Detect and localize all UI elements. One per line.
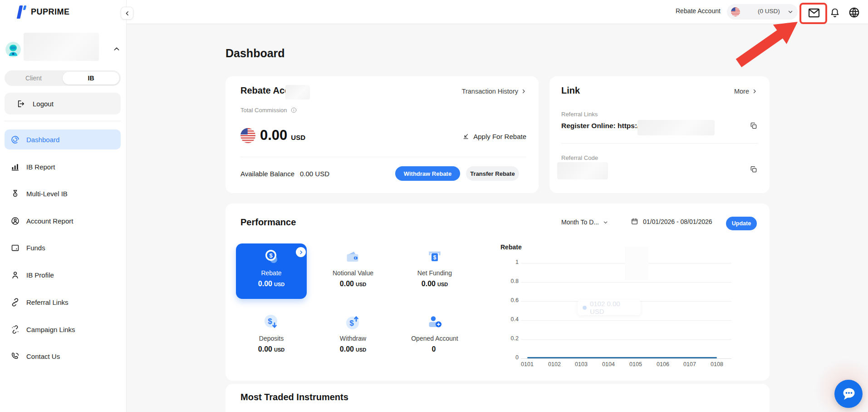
tile-unit: USD [356, 347, 366, 352]
link-icon [10, 297, 20, 307]
redacted-account-name [24, 33, 99, 61]
tile-deposits[interactable]: $ Deposits 0.00USD [236, 309, 307, 364]
dollar-down-icon: $ [262, 313, 280, 332]
x-tick-label: 0108 [706, 361, 728, 367]
notifications-button[interactable] [829, 6, 841, 19]
y-tick-label: 0.4 [499, 316, 519, 323]
commission-amount-row: 0.00 USD [240, 127, 305, 144]
tile-unit: USD [437, 282, 448, 287]
chevron-down-icon [603, 219, 608, 225]
copy-referral-link-button[interactable] [750, 122, 758, 130]
y-tick-label: 1 [499, 259, 519, 265]
range-selector-dropdown[interactable]: Month To D... [561, 218, 608, 226]
redacted-account-id [285, 85, 310, 99]
sidebar-item-contact-us[interactable]: Contact Us [5, 346, 121, 366]
available-balance-row: Available Balance 0.00 USD [240, 170, 329, 178]
link-card: Link More Referral Links Register Online… [549, 76, 770, 193]
withdraw-rebate-button[interactable]: Withdraw Rebate [395, 166, 460, 181]
tile-label: Net Funding [417, 269, 452, 277]
tile-value: 0.00 [340, 345, 354, 353]
transaction-history-link[interactable]: Transaction History [462, 88, 526, 95]
robot-avatar-icon [5, 42, 21, 57]
tile-opened-account[interactable]: Opened Account 0 [399, 309, 470, 364]
x-tick-label: 0103 [570, 361, 592, 367]
person-plus-icon [426, 313, 444, 332]
gridline [521, 320, 731, 321]
tile-label: Rebate [261, 269, 281, 277]
sidebar-item-label: Funds [26, 244, 45, 252]
avatar[interactable] [5, 42, 21, 57]
puprime-logo-icon [15, 5, 27, 19]
register-online-text: Register Online: https:/ [561, 122, 639, 130]
toggle-ib-selected[interactable]: IB [63, 72, 119, 84]
medal-icon [10, 189, 20, 199]
tile-notional-value[interactable]: Notional Value 0.00USD [318, 243, 388, 299]
atm-dollar-icon: $ [426, 248, 444, 266]
update-button[interactable]: Update [726, 217, 757, 230]
tooltip-series-dot [583, 306, 587, 310]
app-root: PUPRIME Client IB Logout [0, 0, 868, 412]
referral-code-label: Referral Code [561, 154, 598, 161]
rebate-series-line [527, 357, 717, 358]
apply-for-rebate-link[interactable]: Apply For Rebate [462, 133, 526, 140]
more-link[interactable]: More [734, 88, 757, 95]
tile-label: Notional Value [333, 269, 373, 277]
page-title: Dashboard [226, 47, 285, 60]
date-range-picker[interactable]: 01/01/2026 - 08/01/2026 [631, 218, 712, 225]
apply-rebate-label: Apply For Rebate [473, 133, 526, 140]
language-button[interactable] [848, 6, 860, 19]
tile-net-funding[interactable]: $ Net Funding 0.00USD [399, 243, 470, 299]
chevron-up-icon[interactable] [113, 45, 120, 53]
tile-unit: USD [274, 347, 284, 352]
us-flag-icon [731, 7, 740, 16]
bar-chart-icon [10, 162, 20, 172]
transfer-rebate-button[interactable]: Transfer Rebate [466, 166, 519, 181]
copy-referral-code-button[interactable] [750, 165, 758, 174]
sidebar-item-referral-links[interactable]: Referral Links [5, 292, 121, 312]
chevron-right-icon [521, 89, 526, 94]
tile-rebate[interactable]: $ Rebate 0.00USD [236, 243, 307, 299]
toggle-client[interactable]: Client [5, 74, 63, 82]
chat-button[interactable] [834, 380, 863, 408]
chevron-right-icon [752, 89, 757, 94]
globe-icon [848, 6, 860, 19]
x-tick-label: 0106 [652, 361, 674, 367]
sidebar-item-label: Account Report [26, 217, 73, 225]
sidebar-item-account-report[interactable]: Account Report [5, 211, 121, 231]
sidebar-item-label: IB Profile [26, 271, 54, 279]
tile-arrow-badge[interactable] [296, 247, 306, 257]
sidebar-item-multi-level-ib[interactable]: Multi-Level IB [5, 184, 121, 204]
sidebar-item-dashboard[interactable]: Dashboard [5, 129, 121, 149]
sidebar-collapse-button[interactable] [121, 7, 133, 20]
link-card-title: Link [561, 85, 580, 96]
available-balance-label: Available Balance [240, 170, 294, 178]
sidebar-item-campaign-links[interactable]: Campaign Links [5, 319, 121, 339]
chart-title: Rebate [500, 243, 522, 251]
currency-balance: (0 USD) [758, 8, 780, 15]
account-type-toggle[interactable]: Client IB [5, 70, 121, 86]
performance-title: Performance [240, 217, 296, 228]
y-tick-label: 0 [499, 354, 519, 361]
campaign-link-icon [10, 324, 20, 334]
sidebar-item-funds[interactable]: Funds [5, 238, 121, 258]
sidebar-item-label: IB Report [26, 163, 55, 171]
sidebar-item-ib-profile[interactable]: IB Profile [5, 265, 121, 285]
x-tick-label: 0104 [598, 361, 619, 367]
logout-button[interactable]: Logout [5, 93, 121, 114]
x-tick-label: 0101 [516, 361, 538, 367]
info-icon[interactable] [290, 107, 297, 114]
chevron-right-icon [299, 250, 304, 255]
y-tick-label: 0.6 [499, 297, 519, 303]
brand-logo: PUPRIME [15, 5, 70, 19]
svg-text:$: $ [433, 254, 436, 261]
rebate-coin-icon: $ [262, 248, 280, 266]
tile-withdraw[interactable]: $ Withdraw 0.00USD [318, 309, 388, 364]
card-divider [240, 157, 526, 157]
tile-label: Opened Account [411, 335, 458, 342]
currency-selector[interactable]: (0 USD) [727, 4, 798, 20]
chat-bubble-icon [840, 386, 857, 402]
sidebar-item-label: Multi-Level IB [26, 190, 68, 198]
sidebar-item-label: Campaign Links [26, 326, 75, 333]
tile-label: Withdraw [340, 335, 366, 342]
sidebar-item-ib-report[interactable]: IB Report [5, 157, 121, 177]
